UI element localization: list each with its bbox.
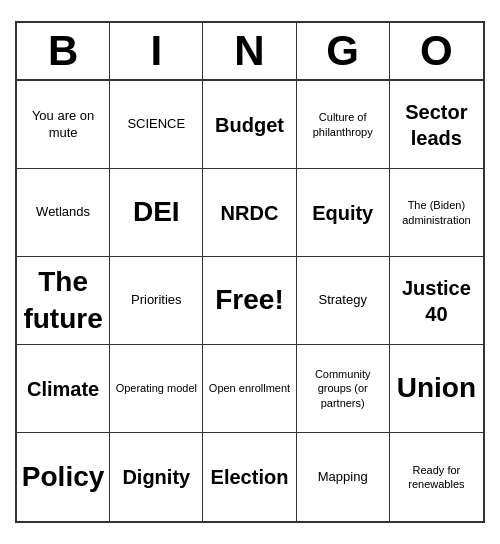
bingo-cell[interactable]: Union: [390, 345, 483, 433]
bingo-cell[interactable]: Justice 40: [390, 257, 483, 345]
bingo-cell[interactable]: Open enrollment: [203, 345, 296, 433]
header-letter: B: [17, 23, 110, 79]
bingo-cell[interactable]: You are on mute: [17, 81, 110, 169]
bingo-cell[interactable]: Strategy: [297, 257, 390, 345]
bingo-cell[interactable]: Dignity: [110, 433, 203, 521]
bingo-cell[interactable]: DEI: [110, 169, 203, 257]
bingo-cell[interactable]: Sector leads: [390, 81, 483, 169]
bingo-cell[interactable]: Culture of philanthropy: [297, 81, 390, 169]
bingo-header: BINGO: [17, 23, 483, 81]
bingo-cell[interactable]: Equity: [297, 169, 390, 257]
bingo-cell[interactable]: Budget: [203, 81, 296, 169]
bingo-cell[interactable]: Free!: [203, 257, 296, 345]
bingo-cell[interactable]: The future: [17, 257, 110, 345]
bingo-cell[interactable]: NRDC: [203, 169, 296, 257]
bingo-cell[interactable]: Election: [203, 433, 296, 521]
header-letter: O: [390, 23, 483, 79]
bingo-cell[interactable]: Ready for renewables: [390, 433, 483, 521]
header-letter: I: [110, 23, 203, 79]
bingo-cell[interactable]: The (Biden) administration: [390, 169, 483, 257]
bingo-cell[interactable]: Wetlands: [17, 169, 110, 257]
bingo-cell[interactable]: Priorities: [110, 257, 203, 345]
bingo-cell[interactable]: Policy: [17, 433, 110, 521]
bingo-grid: You are on muteSCIENCEBudgetCulture of p…: [17, 81, 483, 521]
bingo-cell[interactable]: Community groups (or partners): [297, 345, 390, 433]
bingo-cell[interactable]: Mapping: [297, 433, 390, 521]
header-letter: G: [297, 23, 390, 79]
bingo-cell[interactable]: Climate: [17, 345, 110, 433]
header-letter: N: [203, 23, 296, 79]
bingo-cell[interactable]: SCIENCE: [110, 81, 203, 169]
bingo-cell[interactable]: Operating model: [110, 345, 203, 433]
bingo-card: BINGO You are on muteSCIENCEBudgetCultur…: [15, 21, 485, 523]
